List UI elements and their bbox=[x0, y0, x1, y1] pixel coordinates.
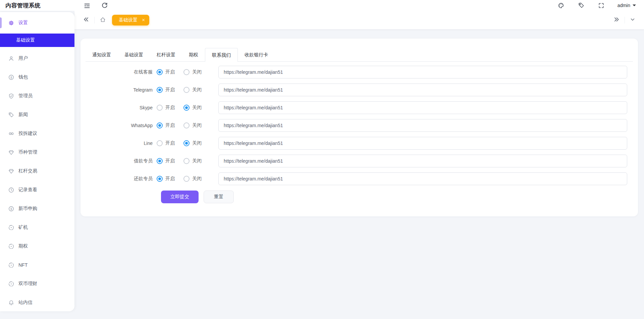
tab-杠杆设置[interactable]: 杠杆设置 bbox=[150, 48, 182, 61]
menu-fold-icon bbox=[84, 2, 90, 9]
radio-off[interactable]: 关闭 bbox=[183, 105, 202, 111]
sidebar-item[interactable]: 记录查看 bbox=[0, 181, 74, 199]
tab-基础设置[interactable]: 基础设置 bbox=[118, 48, 150, 61]
palette-icon bbox=[558, 2, 564, 9]
sidebar-item[interactable]: 投拆建议 bbox=[0, 125, 74, 142]
radio-on[interactable]: 开启 bbox=[157, 158, 175, 164]
radio-off[interactable]: 关闭 bbox=[183, 140, 202, 146]
user-menu[interactable]: admin bbox=[618, 3, 636, 8]
radio-off[interactable]: 关闭 bbox=[183, 158, 202, 164]
url-input[interactable] bbox=[218, 119, 627, 132]
infinity-icon bbox=[8, 131, 14, 137]
radio-group: 开启关闭 bbox=[157, 158, 218, 164]
radio-circle-icon bbox=[183, 105, 190, 111]
sidebar-item[interactable]: 站内信 bbox=[0, 294, 74, 311]
tab-通知设置[interactable]: 通知设置 bbox=[86, 48, 118, 61]
field-label: Skype bbox=[86, 105, 157, 110]
app-title: 内容管理系统 bbox=[0, 2, 74, 9]
menu-fold-button[interactable] bbox=[83, 2, 91, 9]
sidebar-item[interactable]: 期权 bbox=[0, 237, 74, 255]
field-label: 在线客服 bbox=[86, 69, 157, 75]
radio-circle-icon bbox=[157, 140, 163, 146]
app-header: 内容管理系统 bbox=[0, 0, 644, 11]
sidebar-item-label: 钱包 bbox=[18, 74, 28, 80]
radio-circle-icon bbox=[157, 69, 163, 75]
radio-group: 开启关闭 bbox=[157, 176, 218, 182]
tab-options-button[interactable] bbox=[629, 16, 636, 24]
radio-on[interactable]: 开启 bbox=[157, 87, 175, 93]
fullscreen-button[interactable] bbox=[598, 2, 605, 9]
sidebar-item[interactable]: $钱包 bbox=[0, 68, 74, 86]
page-tabbar: 基础设置 bbox=[74, 11, 644, 30]
close-icon[interactable] bbox=[142, 18, 145, 22]
gem-icon bbox=[8, 150, 14, 155]
circle-dot-icon bbox=[8, 225, 14, 230]
sidebar-item[interactable]: NFT bbox=[0, 256, 74, 274]
dollar-icon: $ bbox=[8, 206, 14, 212]
sidebar-subitem-active[interactable]: 基础设置 bbox=[0, 34, 74, 47]
url-input[interactable] bbox=[218, 155, 627, 167]
dollar-icon: $ bbox=[8, 74, 14, 80]
radio-off[interactable]: 关闭 bbox=[183, 87, 202, 93]
sidebar-item[interactable]: 双币理财 bbox=[0, 275, 74, 293]
tab-收款银行卡[interactable]: 收款银行卡 bbox=[238, 48, 275, 61]
settings-tabs: 通知设置基础设置杠杆设置期权联系我们收款银行卡 bbox=[86, 48, 633, 62]
tab-联系我们[interactable]: 联系我们 bbox=[205, 48, 238, 62]
svg-text:$: $ bbox=[10, 75, 12, 79]
radio-label: 开启 bbox=[165, 105, 175, 111]
radio-on[interactable]: 开启 bbox=[157, 105, 175, 111]
circle-dot-icon bbox=[8, 281, 14, 287]
scroll-tabs-right-button[interactable] bbox=[613, 16, 620, 24]
sidebar-menu: 设置基础设置用户$钱包管理员新闻投拆建议币种管理杠杆交易记录查看$新币申购矿机期… bbox=[0, 14, 74, 311]
radio-label: 关闭 bbox=[192, 176, 202, 182]
gear-icon bbox=[8, 20, 14, 26]
radio-on[interactable]: 开启 bbox=[157, 122, 175, 128]
username: admin bbox=[618, 3, 630, 8]
url-input[interactable] bbox=[218, 137, 627, 150]
home-button[interactable] bbox=[99, 16, 107, 24]
sidebar-item-label: 站内信 bbox=[18, 300, 33, 306]
form-actions: 立即提交 重置 bbox=[161, 191, 633, 203]
svg-text:$: $ bbox=[10, 207, 12, 210]
url-input[interactable] bbox=[218, 101, 627, 114]
field-label: 还款专员 bbox=[86, 176, 157, 182]
radio-on[interactable]: 开启 bbox=[157, 69, 175, 75]
sidebar-item[interactable]: 管理员 bbox=[0, 87, 74, 105]
sidebar-item[interactable]: $新币申购 bbox=[0, 200, 74, 217]
field-label: Telegram bbox=[86, 87, 157, 93]
radio-on[interactable]: 开启 bbox=[157, 176, 175, 182]
radio-label: 关闭 bbox=[192, 105, 202, 111]
radio-label: 关闭 bbox=[192, 140, 202, 146]
url-input[interactable] bbox=[218, 66, 627, 78]
url-input[interactable] bbox=[218, 84, 627, 96]
refresh-button[interactable] bbox=[101, 2, 108, 9]
sidebar-item[interactable]: 杠杆交易 bbox=[0, 162, 74, 180]
collapse-sidebar-button[interactable] bbox=[83, 16, 90, 24]
radio-group: 开启关闭 bbox=[157, 87, 218, 93]
sidebar-item-label: NFT bbox=[18, 262, 28, 268]
url-input[interactable] bbox=[218, 172, 627, 185]
reset-button[interactable]: 重置 bbox=[204, 191, 234, 203]
open-tab-pill[interactable]: 基础设置 bbox=[112, 15, 149, 25]
sidebar-item[interactable]: 币种管理 bbox=[0, 144, 74, 161]
radio-circle-icon bbox=[183, 140, 190, 146]
form-row: 借款专员开启关闭 bbox=[86, 155, 627, 167]
user-icon bbox=[8, 56, 14, 61]
form-row: Skype开启关闭 bbox=[86, 101, 627, 114]
radio-label: 开启 bbox=[165, 140, 175, 146]
sidebar-item[interactable]: 设置 bbox=[0, 14, 74, 32]
sidebar-item[interactable]: 用户 bbox=[0, 50, 74, 67]
radio-off[interactable]: 关闭 bbox=[183, 122, 202, 128]
tag-icon bbox=[578, 2, 584, 8]
form-row: Line开启关闭 bbox=[86, 137, 627, 150]
sidebar-item[interactable]: 新闻 bbox=[0, 106, 74, 123]
theme-button[interactable] bbox=[557, 2, 565, 9]
radio-off[interactable]: 关闭 bbox=[183, 176, 202, 182]
sidebar-item[interactable]: 矿机 bbox=[0, 219, 74, 236]
radio-circle-icon bbox=[157, 105, 163, 111]
submit-button[interactable]: 立即提交 bbox=[161, 191, 199, 203]
radio-off[interactable]: 关闭 bbox=[183, 69, 202, 75]
tags-button[interactable] bbox=[578, 2, 585, 9]
radio-on[interactable]: 开启 bbox=[157, 140, 175, 146]
tab-期权[interactable]: 期权 bbox=[182, 48, 205, 61]
